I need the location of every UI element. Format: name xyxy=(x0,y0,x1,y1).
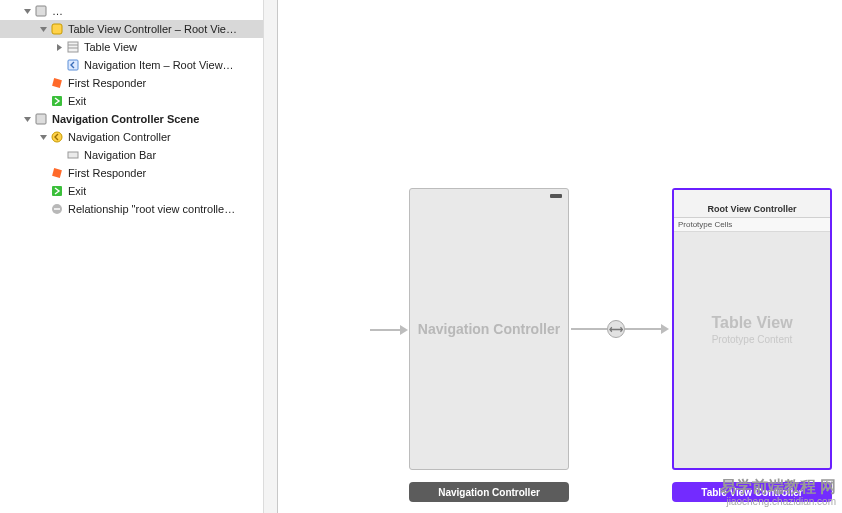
navitem-icon xyxy=(66,58,80,72)
scene-body-navcontroller[interactable]: Navigation Controller xyxy=(409,188,569,470)
svg-rect-17 xyxy=(52,186,62,196)
disclosure-right-icon[interactable] xyxy=(54,42,64,52)
svg-rect-1 xyxy=(36,6,46,16)
outline-scene1-header-text: … xyxy=(52,5,63,17)
svg-marker-4 xyxy=(57,44,62,51)
outline-label: Navigation Item – Root View… xyxy=(84,59,234,71)
initial-vc-arrow[interactable] xyxy=(370,325,408,335)
scene-navigation-controller[interactable]: Navigation Controller Navigation Control… xyxy=(409,188,569,470)
outline-item-exit[interactable]: Exit xyxy=(0,92,277,110)
tableview-icon xyxy=(66,40,80,54)
outline-label: Exit xyxy=(68,95,86,107)
tableview-placeholder-sub: Prototype Content xyxy=(674,334,830,345)
outline-item-navitem[interactable]: Navigation Item – Root View… xyxy=(0,56,277,74)
outline-label: Relationship "root view controlle… xyxy=(68,203,235,215)
outline-label: First Responder xyxy=(68,167,146,179)
disclosure-down-icon[interactable] xyxy=(22,114,32,124)
prototype-cells-text: Prototype Cells xyxy=(678,220,732,229)
outline-scene-header-truncated[interactable]: … xyxy=(0,2,277,20)
outline-label: Exit xyxy=(68,185,86,197)
outline-item-first-responder[interactable]: First Responder xyxy=(0,74,277,92)
navbar-title[interactable]: Root View Controller xyxy=(674,190,830,218)
first-responder-icon xyxy=(50,166,64,180)
navcontroller-placeholder-text: Navigation Controller xyxy=(418,321,560,337)
arrow-head-icon xyxy=(400,325,408,335)
segue-icon xyxy=(50,202,64,216)
outline-scene-header-navcontroller[interactable]: Navigation Controller Scene xyxy=(0,110,277,128)
disclosure-down-icon[interactable] xyxy=(38,132,48,142)
arrow-head-icon xyxy=(661,324,669,334)
storyboard-canvas[interactable]: Navigation Controller Navigation Control… xyxy=(278,0,842,513)
outline-label: Navigation Controller xyxy=(68,131,171,143)
outline-label: Navigation Controller Scene xyxy=(52,113,199,125)
svg-marker-2 xyxy=(40,27,47,32)
svg-rect-3 xyxy=(52,24,62,34)
disclosure-down-icon[interactable] xyxy=(38,24,48,34)
outline-item-navbar[interactable]: Navigation Bar xyxy=(0,146,277,164)
status-bar-icon xyxy=(550,194,562,198)
watermark: 易学前端教程 网 jiaocheng.chazidian.com xyxy=(720,478,836,507)
scene-body-tablevc[interactable]: Root View Controller Prototype Cells Tab… xyxy=(672,188,832,470)
relationship-segue[interactable]: ⟷ xyxy=(571,325,669,333)
exit-icon xyxy=(50,94,64,108)
svg-rect-15 xyxy=(68,152,78,158)
tableview-placeholder: Table View Prototype Content xyxy=(674,314,830,345)
scene-label-navcontroller[interactable]: Navigation Controller xyxy=(409,482,569,502)
scene-icon xyxy=(34,4,48,18)
first-responder-icon xyxy=(50,76,64,90)
arrow-line xyxy=(370,329,400,331)
outline-label: Navigation Bar xyxy=(84,149,156,161)
document-outline: … Table View Controller – Root Vie… Tabl… xyxy=(0,0,278,513)
exit-icon xyxy=(50,184,64,198)
svg-rect-8 xyxy=(68,60,78,70)
segue-knob-icon: ⟷ xyxy=(607,320,625,338)
prototype-cells-header[interactable]: Prototype Cells xyxy=(674,218,830,232)
navbar-icon xyxy=(66,148,80,162)
svg-rect-5 xyxy=(68,42,78,52)
scene-table-view-controller[interactable]: Root View Controller Prototype Cells Tab… xyxy=(672,188,832,470)
svg-marker-11 xyxy=(24,117,31,122)
outline-item-tableview[interactable]: Table View xyxy=(0,38,277,56)
viewcontroller-icon xyxy=(50,22,64,36)
svg-rect-12 xyxy=(36,114,46,124)
svg-rect-16 xyxy=(52,168,62,178)
outline-scrollbar[interactable] xyxy=(263,0,277,513)
svg-rect-10 xyxy=(52,96,62,106)
outline-label: First Responder xyxy=(68,77,146,89)
outline-item-first-responder-2[interactable]: First Responder xyxy=(0,164,277,182)
navcontroller-icon xyxy=(50,130,64,144)
watermark-line1: 易学前端教程 网 xyxy=(720,478,836,496)
disclosure-down-icon[interactable] xyxy=(22,6,32,16)
navbar-title-text: Root View Controller xyxy=(708,204,797,214)
scene-label-text: Navigation Controller xyxy=(438,487,540,498)
segue-line-right xyxy=(625,328,661,330)
outline-label: Table View Controller – Root Vie… xyxy=(68,23,237,35)
svg-marker-13 xyxy=(40,135,47,140)
watermark-line2: jiaocheng.chazidian.com xyxy=(720,496,836,507)
segue-knob-glyph: ⟷ xyxy=(609,324,623,335)
outline-item-navcontroller[interactable]: Navigation Controller xyxy=(0,128,277,146)
outline-item-tablevc[interactable]: Table View Controller – Root Vie… xyxy=(0,20,277,38)
outline-label: Table View xyxy=(84,41,137,53)
outline-item-relationship-segue[interactable]: Relationship "root view controlle… xyxy=(0,200,277,218)
svg-point-14 xyxy=(52,132,62,142)
segue-line-left xyxy=(571,328,607,330)
scene-icon xyxy=(34,112,48,126)
outline-item-exit-2[interactable]: Exit xyxy=(0,182,277,200)
tableview-placeholder-main: Table View xyxy=(674,314,830,332)
svg-marker-0 xyxy=(24,9,31,14)
svg-rect-9 xyxy=(52,78,62,88)
